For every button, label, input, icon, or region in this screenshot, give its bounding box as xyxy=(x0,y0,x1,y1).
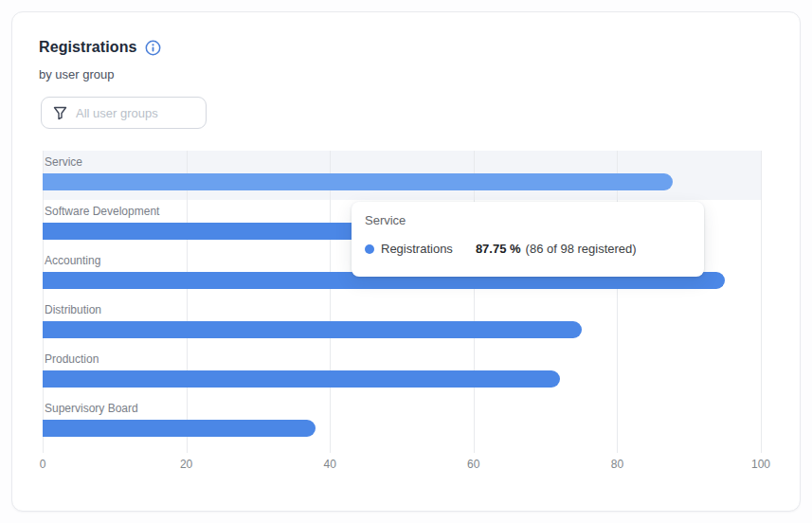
registrations-bar[interactable] xyxy=(43,370,560,388)
tooltip-detail: (86 of 98 registered) xyxy=(526,242,637,256)
gridline xyxy=(761,151,762,453)
x-tick-label: 40 xyxy=(324,458,336,471)
registrations-bar[interactable] xyxy=(43,173,673,190)
x-tick-label: 0 xyxy=(40,458,46,471)
x-tick-label: 20 xyxy=(180,458,192,471)
bar-chart-plot: ServiceSoftware DevelopmentAccountingDis… xyxy=(43,151,761,446)
tooltip-title: Service xyxy=(365,213,691,227)
category-label: Service xyxy=(45,155,82,169)
category-label: Distribution xyxy=(45,303,101,316)
tooltip-value: 87.75 % xyxy=(476,242,521,256)
x-tick-label: 100 xyxy=(751,458,770,471)
tooltip-series-label: Registrations xyxy=(381,242,453,256)
chart-tooltip: Service Registrations 87.75 % (86 of 98 … xyxy=(352,202,704,277)
card-header: Registrations xyxy=(39,39,161,56)
registrations-bar[interactable] xyxy=(43,321,582,338)
x-tick-label: 60 xyxy=(467,458,479,471)
x-tick-label: 80 xyxy=(611,458,623,471)
card-subtitle: by user group xyxy=(39,67,115,81)
chart-row-content: Service xyxy=(43,151,761,200)
chart-row-content: Supervisory Board xyxy=(43,397,761,446)
chart-row-content: Distribution xyxy=(43,298,761,348)
category-label: Software Development xyxy=(45,205,159,218)
funnel-icon xyxy=(53,106,67,120)
registrations-card: Registrations by user group All user gro… xyxy=(11,11,801,512)
page-title: Registrations xyxy=(39,39,137,56)
chart-row-content: Production xyxy=(43,348,761,397)
category-label: Production xyxy=(45,352,99,366)
registrations-bar[interactable] xyxy=(43,420,316,437)
user-group-filter[interactable]: All user groups xyxy=(41,97,207,129)
series-dot-icon xyxy=(365,244,374,254)
filter-placeholder: All user groups xyxy=(76,106,158,120)
category-label: Supervisory Board xyxy=(45,402,138,415)
category-label: Accounting xyxy=(45,254,100,267)
tooltip-row: Registrations 87.75 % (86 of 98 register… xyxy=(365,242,691,256)
info-icon[interactable] xyxy=(145,40,161,56)
x-axis: 020406080100 xyxy=(43,458,761,473)
